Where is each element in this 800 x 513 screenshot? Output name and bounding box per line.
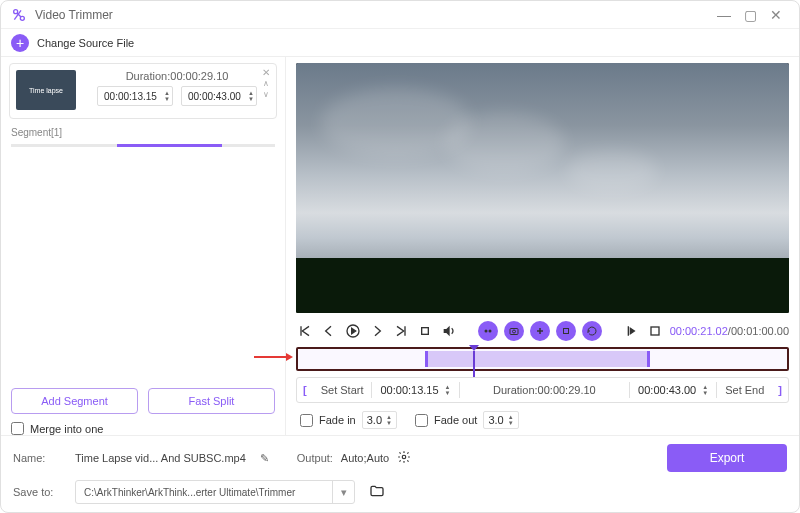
segment-start-input[interactable]: ▲▼	[97, 86, 173, 106]
rotate-icon[interactable]	[582, 321, 602, 341]
volume-icon[interactable]	[440, 322, 458, 340]
segment-up-icon[interactable]: ∧	[263, 79, 269, 89]
fade-out-control[interactable]: Fade out 3.0▲▼	[415, 411, 519, 429]
svg-rect-11	[510, 329, 518, 335]
video-preview[interactable]	[296, 63, 789, 313]
name-label: Name:	[13, 452, 67, 464]
segment-controls: ✕ ∧ ∨	[262, 68, 270, 100]
segments-panel: ✕ ∧ ∨ Time lapse Duration:00:00:29.10 ▲▼	[1, 57, 286, 435]
add-icon[interactable]	[530, 321, 550, 341]
save-path-field[interactable]	[76, 487, 332, 498]
svg-marker-6	[352, 328, 356, 333]
segment-down-icon[interactable]: ∨	[263, 90, 269, 100]
timeline[interactable]	[296, 347, 789, 371]
stepper-down-icon[interactable]: ▼	[445, 390, 451, 396]
timecode: 00:00:21.02/00:01:00.00	[670, 325, 789, 337]
add-segment-button[interactable]: Add Segment	[11, 388, 138, 414]
trim-bar: [ Set Start 00:00:13.15▲▼ Duration:00:00…	[296, 377, 789, 403]
window-title: Video Trimmer	[35, 8, 711, 22]
fade-in-label: Fade in	[319, 414, 356, 426]
fade-out-checkbox[interactable]	[415, 414, 428, 427]
preview-panel: 00:00:21.02/00:01:00.00 [ Set Start 00:0…	[286, 57, 799, 435]
svg-marker-16	[630, 328, 634, 333]
close-button[interactable]: ✕	[763, 5, 789, 25]
svg-rect-17	[651, 327, 659, 335]
mark-in-icon[interactable]	[622, 322, 640, 340]
name-value: Time Lapse vid... And SUBSC.mp4	[75, 452, 246, 464]
svg-point-12	[513, 330, 516, 333]
skip-start-icon[interactable]	[296, 322, 314, 340]
play-icon[interactable]	[344, 322, 362, 340]
merge-checkbox[interactable]: Merge into one	[11, 422, 275, 435]
bracket-right-icon: ]	[772, 384, 788, 396]
mark-out-icon[interactable]	[646, 322, 664, 340]
stepper-down-icon[interactable]: ▼	[702, 390, 708, 396]
segment-thumbnail: Time lapse	[16, 70, 76, 110]
save-path-input[interactable]: ▾	[75, 480, 355, 504]
svg-point-9	[485, 330, 488, 333]
start-time-field[interactable]: 00:00:13.15▲▼	[372, 378, 458, 402]
bracket-left-icon: [	[297, 384, 313, 396]
svg-rect-8	[422, 328, 429, 335]
end-time-field[interactable]: 00:00:43.00▲▼	[630, 378, 716, 402]
segment-end-value[interactable]	[188, 91, 246, 102]
segment-label: Segment[1]	[11, 127, 275, 138]
skip-end-icon[interactable]	[392, 322, 410, 340]
stop-icon[interactable]	[416, 322, 434, 340]
app-logo-icon	[11, 7, 27, 23]
enhance-icon[interactable]	[478, 321, 498, 341]
total-time: /00:01:00.00	[728, 325, 789, 337]
segment-close-icon[interactable]: ✕	[262, 68, 270, 78]
segment-start-value[interactable]	[104, 91, 162, 102]
next-frame-icon[interactable]	[368, 322, 386, 340]
segment-slider[interactable]	[11, 144, 275, 147]
save-path-dropdown-icon[interactable]: ▾	[332, 481, 354, 503]
segment-duration: Duration:00:00:29.10	[84, 70, 270, 82]
duration-display: Duration:00:00:29.10	[460, 378, 630, 402]
change-source-label[interactable]: Change Source File	[37, 37, 134, 49]
minimize-button[interactable]: —	[711, 5, 737, 25]
app-window: Video Trimmer — ▢ ✕ + Change Source File…	[0, 0, 800, 513]
fast-split-button[interactable]: Fast Split	[148, 388, 275, 414]
titlebar: Video Trimmer — ▢ ✕	[1, 1, 799, 29]
fade-in-control[interactable]: Fade in 3.0▲▼	[300, 411, 397, 429]
snapshot-icon[interactable]	[504, 321, 524, 341]
playback-controls: 00:00:21.02/00:01:00.00	[296, 319, 789, 343]
add-source-icon[interactable]: +	[11, 34, 29, 52]
toolbar: + Change Source File	[1, 29, 799, 57]
segment-item[interactable]: ✕ ∧ ∨ Time lapse Duration:00:00:29.10 ▲▼	[9, 63, 277, 119]
svg-point-18	[402, 455, 406, 459]
save-to-label: Save to:	[13, 486, 67, 498]
output-label: Output:	[297, 452, 333, 464]
open-folder-icon[interactable]	[369, 483, 385, 501]
crop-icon[interactable]	[556, 321, 576, 341]
merge-label: Merge into one	[30, 423, 103, 435]
prev-frame-icon[interactable]	[320, 322, 338, 340]
annotation-arrow-icon	[254, 353, 293, 361]
fade-in-value[interactable]: 3.0▲▼	[362, 411, 397, 429]
output-settings-icon[interactable]	[397, 450, 411, 466]
maximize-button[interactable]: ▢	[737, 5, 763, 25]
stepper-down-icon[interactable]: ▼	[386, 420, 392, 426]
fade-out-value[interactable]: 3.0▲▼	[483, 411, 518, 429]
fade-controls: Fade in 3.0▲▼ Fade out 3.0▲▼	[296, 411, 789, 429]
footer: Name: Time Lapse vid... And SUBSC.mp4 ✎ …	[1, 435, 799, 512]
merge-checkbox-input[interactable]	[11, 422, 24, 435]
export-button[interactable]: Export	[667, 444, 787, 472]
timeline-playhead[interactable]	[469, 345, 479, 351]
stepper-down-icon[interactable]: ▼	[508, 420, 514, 426]
stepper-down-icon[interactable]: ▼	[164, 96, 170, 102]
segment-end-input[interactable]: ▲▼	[181, 86, 257, 106]
current-time: 00:00:21.02	[670, 325, 728, 337]
output-value: Auto;Auto	[341, 452, 389, 464]
svg-point-10	[489, 330, 492, 333]
set-start-button[interactable]: Set Start	[313, 378, 372, 402]
main-area: ✕ ∧ ∨ Time lapse Duration:00:00:29.10 ▲▼	[1, 57, 799, 435]
set-end-button[interactable]: Set End	[717, 378, 772, 402]
timeline-selection[interactable]	[425, 351, 650, 367]
fade-in-checkbox[interactable]	[300, 414, 313, 427]
stepper-down-icon[interactable]: ▼	[248, 96, 254, 102]
fade-out-label: Fade out	[434, 414, 477, 426]
svg-rect-15	[564, 329, 569, 334]
edit-name-icon[interactable]: ✎	[260, 452, 269, 465]
